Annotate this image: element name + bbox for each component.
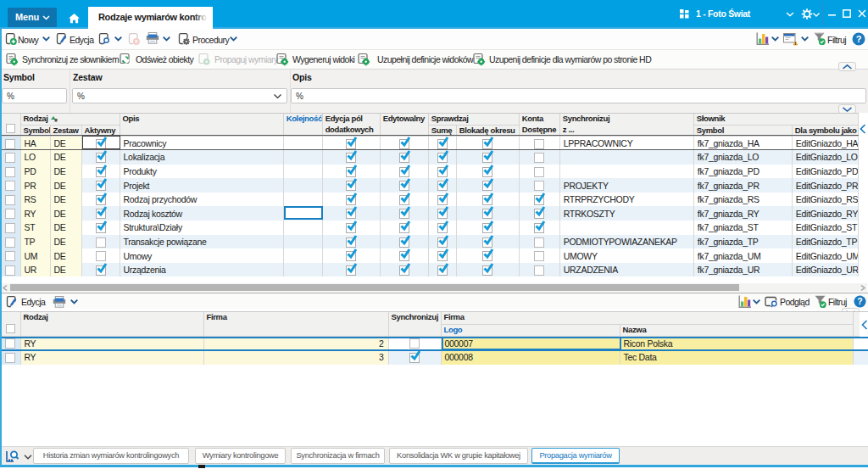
svg-text:?: ? — [856, 34, 862, 44]
svg-text:?: ? — [857, 296, 862, 306]
